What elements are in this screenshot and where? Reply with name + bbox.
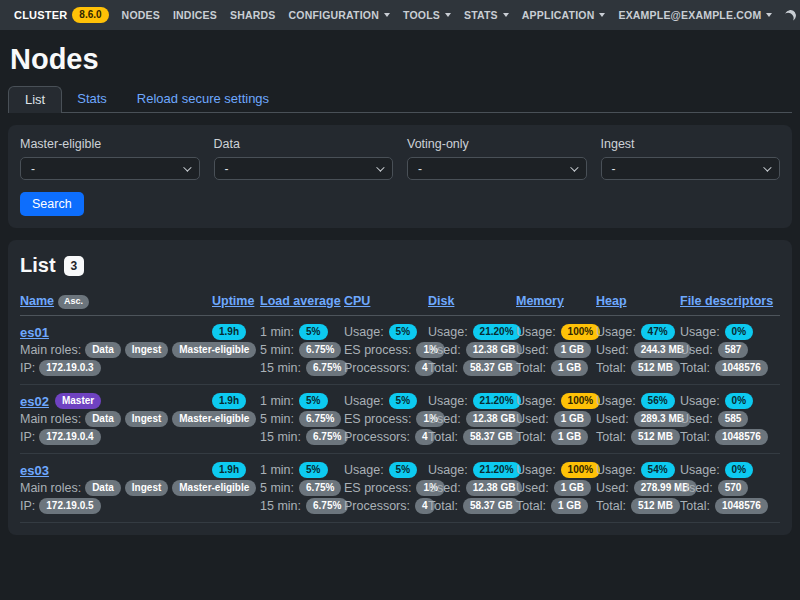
disk-cell: Usage:21.20% Used:12.38 GB Total:58.37 G…	[428, 323, 516, 377]
chevron-down-icon	[763, 163, 771, 171]
tab-reload-secure-settings[interactable]: Reload secure settings	[122, 86, 284, 112]
uptime-badge: 1.9h	[212, 393, 246, 409]
name-cell: es02 Master Main roles: DataIngestMaster…	[20, 392, 212, 446]
filter-select-ingest[interactable]: -	[601, 157, 781, 180]
nav-item-shards[interactable]: SHARDS	[230, 9, 276, 21]
search-button[interactable]: Search	[20, 192, 84, 216]
node-name-link[interactable]: es03	[20, 463, 49, 478]
page-container: Nodes ListStatsReload secure settings Ma…	[0, 43, 800, 535]
user-menu[interactable]: EXAMPLE@EXAMPLE.COM	[618, 9, 772, 21]
metric-label: ES process:	[344, 481, 411, 495]
select-value: -	[225, 162, 229, 176]
metric-label: Used:	[680, 412, 713, 426]
nav-item-stats[interactable]: STATS	[464, 9, 509, 21]
roles-badges: DataIngestMaster-eligible	[85, 342, 256, 358]
nav-item-label: CONFIGURATION	[289, 9, 379, 21]
load-5min-badge: 6.75%	[299, 411, 341, 427]
nav-item-tools[interactable]: TOOLS	[403, 9, 451, 21]
metric-label: Usage:	[516, 325, 556, 339]
memory-cell: Usage:100% Used:1 GB Total:1 GB	[516, 323, 596, 377]
metric-label: Usage:	[680, 394, 720, 408]
cpu-usage-badge: 5%	[389, 462, 417, 478]
disk-used-badge: 12.38 GB	[466, 480, 523, 496]
navbar-right: EXAMPLE@EXAMPLE.COM	[618, 9, 800, 21]
load-5min-badge: 6.75%	[299, 480, 341, 496]
memory-used-badge: 1 GB	[554, 411, 591, 427]
main-roles-label: Main roles:	[20, 481, 81, 495]
sort-link-uptime[interactable]: Uptime	[212, 294, 254, 308]
sort-link-file-descriptors[interactable]: File descriptors	[680, 294, 773, 308]
filter-select-data[interactable]: -	[214, 157, 394, 180]
filters-card: Master-eligible-Data-Voting-only-Ingest-…	[8, 125, 792, 228]
name-cell: es01 Main roles: DataIngestMaster-eligib…	[20, 323, 212, 377]
sort-link-load-average[interactable]: Load average	[260, 294, 341, 308]
memory-used-badge: 1 GB	[554, 342, 591, 358]
metric-label: Used:	[516, 343, 549, 357]
metric-label: 15 min:	[260, 430, 301, 444]
table-header-row: NameAsc. Uptime Load average CPU Disk Me…	[20, 283, 780, 316]
nav-item-configuration[interactable]: CONFIGURATION	[289, 9, 390, 21]
metric-label: Total:	[428, 430, 458, 444]
sort-link-memory[interactable]: Memory	[516, 294, 564, 308]
tab-list[interactable]: List	[8, 86, 62, 113]
ip-badge: 172.19.0.5	[39, 498, 100, 514]
disk-usage-badge: 21.20%	[473, 393, 521, 409]
heap-total-badge: 512 MB	[631, 360, 680, 376]
filter-field-data: Data-	[214, 137, 394, 180]
metric-label: 5 min:	[260, 412, 294, 426]
moon-icon	[784, 8, 797, 21]
metric-label: 1 min:	[260, 325, 294, 339]
navbar: CLUSTER 8.6.0 NODESINDICESSHARDSCONFIGUR…	[0, 0, 800, 30]
filter-select-master-eligible[interactable]: -	[20, 157, 200, 180]
nav-item-label: TOOLS	[403, 9, 440, 21]
chevron-down-icon	[570, 163, 578, 171]
metric-label: Usage:	[516, 394, 556, 408]
load-1min-badge: 5%	[299, 393, 327, 409]
nav-item-nodes[interactable]: NODES	[122, 9, 160, 21]
node-name-link[interactable]: es02	[20, 394, 49, 409]
theme-menu[interactable]	[785, 10, 800, 21]
nav-item-application[interactable]: APPLICATION	[522, 9, 606, 21]
load-5min-badge: 6.75%	[299, 342, 341, 358]
disk-used-badge: 12.38 GB	[466, 411, 523, 427]
column-header-memory: Memory	[516, 291, 596, 309]
filter-label: Master-eligible	[20, 137, 200, 151]
chevron-down-icon	[183, 163, 191, 171]
tab-stats[interactable]: Stats	[62, 86, 122, 112]
ip-badge: 172.19.0.4	[39, 429, 100, 445]
master-badge: Master	[55, 393, 101, 409]
fd-used-badge: 585	[718, 411, 749, 427]
fd-total-badge: 1048576	[715, 498, 768, 514]
metric-label: Usage:	[596, 463, 636, 477]
metric-label: Usage:	[596, 394, 636, 408]
table-row: es01 Main roles: DataIngestMaster-eligib…	[20, 316, 780, 385]
sort-direction-badge: Asc.	[58, 295, 89, 309]
cluster-brand[interactable]: CLUSTER 8.6.0	[14, 7, 109, 23]
role-badge: Ingest	[125, 342, 168, 358]
load-15min-badge: 6.75%	[306, 498, 348, 514]
sort-link-heap[interactable]: Heap	[596, 294, 627, 308]
node-name-link[interactable]: es01	[20, 325, 49, 340]
fd-usage-badge: 0%	[725, 462, 753, 478]
disk-used-badge: 12.38 GB	[466, 342, 523, 358]
sort-link-name[interactable]: Name	[20, 294, 54, 308]
column-header-cpu: CPU	[344, 291, 428, 309]
cpu-cell: Usage:5% ES process:1% Processors:4	[344, 461, 428, 515]
metric-label: 15 min:	[260, 361, 301, 375]
sort-link-cpu[interactable]: CPU	[344, 294, 370, 308]
memory-total-badge: 1 GB	[551, 429, 588, 445]
nav-item-indices[interactable]: INDICES	[173, 9, 217, 21]
memory-cell: Usage:100% Used:1 GB Total:1 GB	[516, 461, 596, 515]
heap-total-badge: 512 MB	[631, 429, 680, 445]
uptime-cell: 1.9h	[212, 461, 260, 479]
disk-usage-badge: 21.20%	[473, 324, 521, 340]
filter-select-voting-only[interactable]: -	[407, 157, 587, 180]
metric-label: Used:	[516, 412, 549, 426]
cpu-cell: Usage:5% ES process:1% Processors:4	[344, 323, 428, 377]
load-1min-badge: 5%	[299, 324, 327, 340]
sort-link-disk[interactable]: Disk	[428, 294, 454, 308]
fd-usage-badge: 0%	[725, 324, 753, 340]
table-row: es02 Master Main roles: DataIngestMaster…	[20, 385, 780, 454]
load-15min-badge: 6.75%	[306, 360, 348, 376]
column-header-load-average: Load average	[260, 291, 344, 309]
